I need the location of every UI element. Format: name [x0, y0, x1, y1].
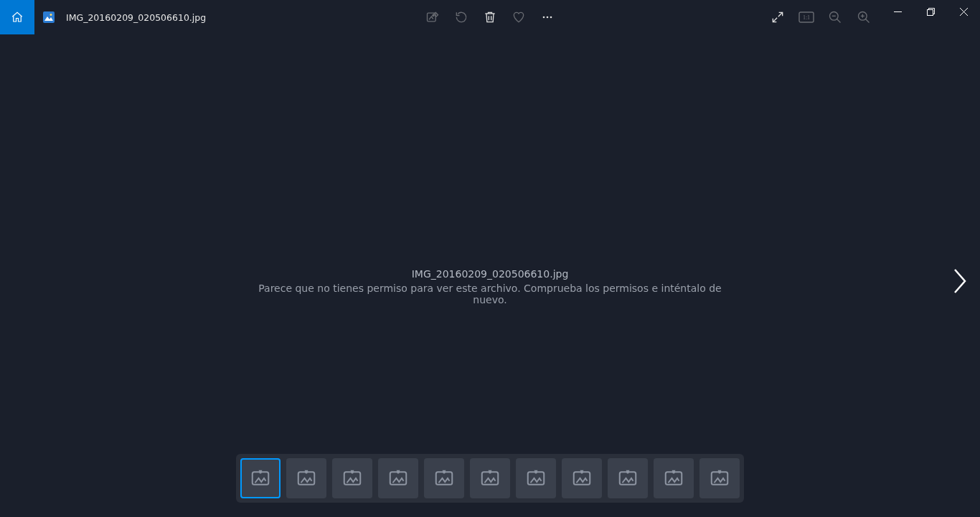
edit-image-button[interactable]: [424, 9, 441, 26]
zoom-in-button[interactable]: [855, 9, 872, 26]
main-area: IMG_20160209_020506610.jpg Parece que no…: [0, 34, 980, 517]
thumbnail[interactable]: [378, 458, 418, 498]
app-icon: [34, 11, 63, 23]
svg-rect-36: [712, 472, 728, 485]
svg-point-23: [397, 472, 399, 473]
broken-image-icon: [387, 468, 409, 489]
broken-image-icon: [663, 468, 684, 489]
toolbar-right: 1:1: [769, 0, 872, 34]
svg-point-4: [433, 15, 434, 16]
broken-image-icon: [525, 468, 547, 489]
thumbnail[interactable]: [240, 458, 281, 498]
svg-text:1:1: 1:1: [803, 14, 810, 21]
error-filename: IMG_20160209_020506610.jpg: [245, 268, 735, 280]
broken-image-icon: [571, 468, 593, 489]
fullscreen-icon: [771, 10, 785, 24]
rotate-button[interactable]: [453, 9, 470, 26]
heart-icon: [512, 10, 526, 24]
actual-size-button[interactable]: 1:1: [798, 9, 815, 26]
svg-point-21: [352, 472, 353, 473]
delete-button[interactable]: [481, 9, 499, 26]
actual-size-icon: 1:1: [798, 11, 814, 23]
broken-image-icon: [433, 468, 455, 489]
thumbnail[interactable]: [699, 458, 740, 498]
thumbnail[interactable]: [286, 458, 326, 498]
svg-point-19: [306, 472, 307, 473]
broken-image-icon: [617, 468, 639, 489]
broken-image-icon: [250, 468, 271, 489]
thumbnail[interactable]: [332, 458, 372, 498]
svg-point-27: [489, 472, 491, 473]
thumbnail[interactable]: [516, 458, 556, 498]
svg-rect-13: [927, 9, 933, 15]
minimize-button[interactable]: [881, 0, 914, 23]
thumbnail[interactable]: [562, 458, 602, 498]
svg-point-25: [443, 472, 445, 473]
fullscreen-button[interactable]: [769, 9, 786, 26]
svg-point-37: [719, 472, 720, 473]
titlebar: IMG_20160209_020506610.jpg: [0, 0, 980, 34]
svg-rect-24: [436, 472, 453, 485]
svg-point-31: [581, 472, 583, 473]
favorite-button[interactable]: [510, 9, 527, 26]
svg-rect-28: [528, 472, 545, 485]
thumbnail[interactable]: [424, 458, 464, 498]
close-button[interactable]: [947, 0, 980, 23]
rotate-icon: [454, 10, 468, 24]
broken-image-icon: [479, 468, 501, 489]
svg-point-5: [543, 16, 545, 19]
more-button[interactable]: [539, 9, 556, 26]
broken-image-icon: [296, 468, 317, 489]
thumbnail[interactable]: [470, 458, 510, 498]
svg-point-35: [673, 472, 674, 473]
close-icon: [960, 8, 968, 16]
svg-point-6: [547, 16, 549, 19]
broken-image-icon: [341, 468, 363, 489]
svg-rect-30: [574, 472, 590, 485]
svg-rect-34: [666, 472, 682, 485]
svg-rect-22: [390, 472, 407, 485]
filmstrip: [236, 454, 744, 503]
error-text: Parece que no tienes permiso para ver es…: [258, 283, 721, 305]
maximize-button[interactable]: [914, 0, 947, 23]
svg-rect-0: [43, 11, 55, 23]
window-controls: [881, 0, 980, 23]
minimize-icon: [894, 8, 902, 16]
toolbar-center: [424, 0, 556, 34]
svg-rect-20: [344, 472, 361, 485]
home-button[interactable]: [0, 0, 34, 34]
zoom-out-icon: [828, 10, 842, 24]
zoom-out-button[interactable]: [826, 9, 844, 26]
trash-icon: [483, 10, 497, 24]
svg-rect-26: [482, 472, 499, 485]
thumbnail[interactable]: [654, 458, 694, 498]
broken-image-icon: [709, 468, 730, 489]
home-icon: [11, 11, 24, 24]
file-title: IMG_20160209_020506610.jpg: [63, 12, 206, 23]
chevron-right-icon: [951, 267, 969, 295]
svg-rect-16: [253, 472, 269, 485]
next-image-button[interactable]: [946, 267, 974, 295]
svg-point-17: [260, 472, 261, 473]
svg-point-7: [550, 16, 552, 19]
maximize-icon: [927, 8, 935, 16]
zoom-in-icon: [857, 10, 871, 24]
svg-point-33: [627, 472, 628, 473]
thumbnail[interactable]: [608, 458, 648, 498]
error-message: IMG_20160209_020506610.jpg Parece que no…: [245, 268, 735, 305]
svg-rect-32: [620, 472, 636, 485]
svg-rect-18: [298, 472, 315, 485]
svg-point-29: [535, 472, 537, 473]
svg-point-2: [50, 14, 52, 16]
more-icon: [540, 10, 555, 24]
edit-image-icon: [425, 10, 440, 24]
photo-app-icon: [43, 11, 55, 23]
